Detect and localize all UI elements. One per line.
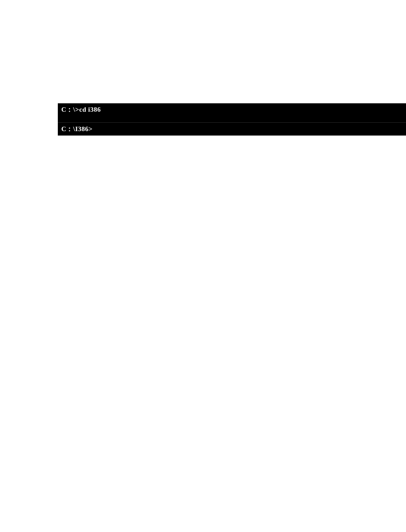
terminal-window[interactable]: C：\>cd i386 C：\I386> (58, 103, 406, 136)
terminal-line: C：\I386> (58, 123, 406, 136)
terminal-text: C：\>cd i386 (61, 106, 101, 113)
terminal-line: C：\>cd i386 (58, 103, 406, 123)
terminal-text: C：\I386> (61, 125, 93, 132)
